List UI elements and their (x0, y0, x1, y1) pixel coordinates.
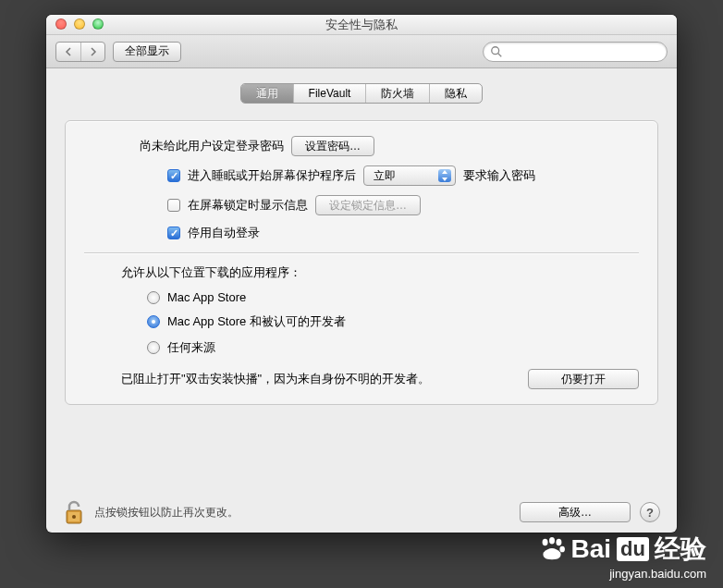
toolbar: 全部显示 (46, 35, 677, 68)
radio-identified-developers[interactable] (147, 315, 160, 328)
unlock-icon (63, 499, 85, 525)
svg-point-6 (549, 537, 555, 544)
back-button[interactable] (56, 43, 80, 61)
forward-button[interactable] (80, 43, 104, 61)
require-password-delay-popup[interactable]: 立即 (363, 165, 456, 186)
require-password-checkbox[interactable] (167, 169, 180, 182)
nav-segmented (55, 42, 105, 62)
radio-anywhere-label: 任何来源 (167, 339, 215, 356)
advanced-button[interactable]: 高级… (520, 502, 631, 522)
tab-firewall[interactable]: 防火墙 (365, 84, 429, 103)
disable-auto-login-checkbox[interactable] (167, 227, 180, 239)
tab-general[interactable]: 通用 (241, 84, 293, 103)
paw-icon (538, 537, 566, 561)
radio-app-store-label: Mac App Store (167, 290, 246, 304)
titlebar: 安全性与隐私 (46, 15, 677, 35)
lock-button[interactable] (63, 499, 85, 525)
show-lock-message-label: 在屏幕锁定时显示信息 (188, 197, 308, 214)
content-area: 通用 FileVault 防火墙 隐私 尚未给此用户设定登录密码 设置密码… 进… (46, 68, 677, 405)
watermark: Baidu 经验 jingyan.baidu.com (538, 532, 706, 581)
svg-point-8 (559, 546, 565, 553)
svg-line-1 (498, 53, 502, 56)
search-input[interactable] (483, 42, 668, 62)
radio-anywhere[interactable] (147, 341, 160, 354)
brand-left: Bai (571, 534, 612, 564)
settings-group: 尚未给此用户设定登录密码 设置密码… 进入睡眠或开始屏幕保护程序后 立即 要求输… (65, 120, 658, 405)
footer: 点按锁按钮以防止再次更改。 高级… ? (46, 492, 677, 533)
radio-app-store[interactable] (147, 291, 160, 304)
brand-right: 经验 (655, 532, 706, 567)
preferences-window: 安全性与隐私 全部显示 通用 FileVault 防火墙 隐私 (46, 15, 677, 533)
search-icon (490, 45, 503, 58)
set-lock-message-button: 设定锁定信息… (315, 195, 421, 215)
require-password-suffix: 要求输入密码 (463, 167, 535, 184)
window-title: 安全性与隐私 (325, 17, 398, 33)
blocked-app-text: 已阻止打开"双击安装快播"，因为来自身份不明的开发者。 (121, 371, 521, 387)
divider (84, 252, 639, 253)
tab-privacy[interactable]: 隐私 (429, 84, 482, 103)
no-password-label: 尚未给此用户设定登录密码 (140, 138, 284, 154)
set-password-button[interactable]: 设置密码… (291, 136, 374, 156)
close-button[interactable] (55, 18, 67, 30)
disable-auto-login-label: 停用自动登录 (188, 225, 260, 241)
watermark-url: jingyan.baidu.com (538, 567, 706, 581)
tabs: 通用 FileVault 防火墙 隐私 (65, 83, 658, 104)
svg-point-4 (72, 515, 76, 519)
brand-du: du (617, 537, 649, 561)
zoom-button[interactable] (92, 18, 104, 30)
lock-text: 点按锁按钮以防止再次更改。 (94, 505, 239, 521)
show-lock-message-checkbox[interactable] (167, 199, 180, 212)
svg-point-5 (542, 539, 547, 545)
popup-value: 立即 (374, 168, 396, 184)
search-field-wrap (483, 42, 668, 62)
minimize-button[interactable] (74, 18, 85, 30)
show-all-button[interactable]: 全部显示 (113, 42, 181, 62)
tab-filevault[interactable]: FileVault (293, 84, 366, 103)
open-anyway-button[interactable]: 仍要打开 (528, 369, 639, 389)
allow-apps-title: 允许从以下位置下载的应用程序： (121, 264, 301, 281)
svg-point-0 (492, 46, 499, 54)
radio-identified-label: Mac App Store 和被认可的开发者 (167, 313, 346, 330)
require-password-label: 进入睡眠或开始屏幕保护程序后 (188, 167, 356, 184)
traffic-lights (55, 18, 104, 30)
svg-point-7 (556, 539, 561, 545)
help-button[interactable]: ? (640, 502, 660, 522)
